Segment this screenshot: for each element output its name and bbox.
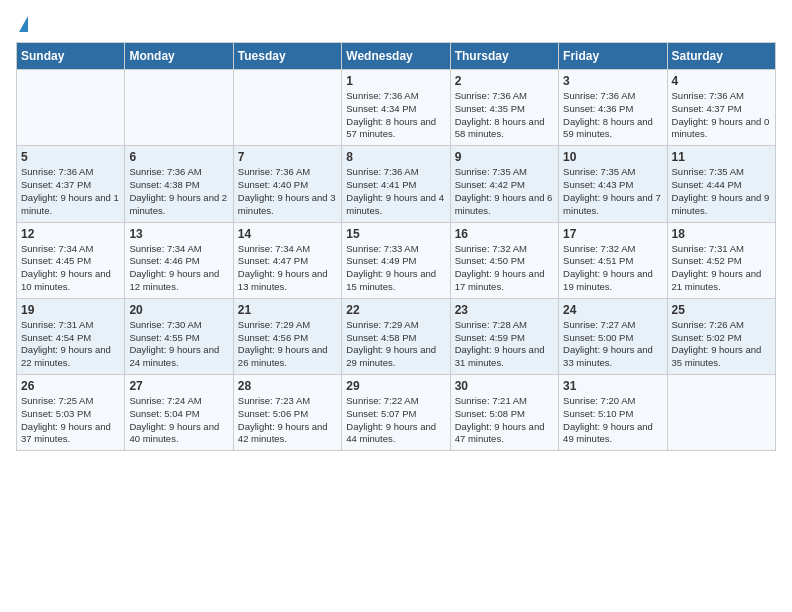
day-number: 17 [563, 227, 662, 241]
day-number: 7 [238, 150, 337, 164]
calendar-cell: 12Sunrise: 7:34 AM Sunset: 4:45 PM Dayli… [17, 222, 125, 298]
day-info: Sunrise: 7:34 AM Sunset: 4:46 PM Dayligh… [129, 243, 228, 294]
column-header-thursday: Thursday [450, 43, 558, 70]
day-info: Sunrise: 7:23 AM Sunset: 5:06 PM Dayligh… [238, 395, 337, 446]
day-info: Sunrise: 7:20 AM Sunset: 5:10 PM Dayligh… [563, 395, 662, 446]
column-header-sunday: Sunday [17, 43, 125, 70]
day-number: 19 [21, 303, 120, 317]
day-info: Sunrise: 7:35 AM Sunset: 4:42 PM Dayligh… [455, 166, 554, 217]
day-number: 31 [563, 379, 662, 393]
day-info: Sunrise: 7:30 AM Sunset: 4:55 PM Dayligh… [129, 319, 228, 370]
day-number: 26 [21, 379, 120, 393]
calendar-week-row: 19Sunrise: 7:31 AM Sunset: 4:54 PM Dayli… [17, 298, 776, 374]
column-header-monday: Monday [125, 43, 233, 70]
day-info: Sunrise: 7:28 AM Sunset: 4:59 PM Dayligh… [455, 319, 554, 370]
day-number: 3 [563, 74, 662, 88]
day-info: Sunrise: 7:22 AM Sunset: 5:07 PM Dayligh… [346, 395, 445, 446]
day-info: Sunrise: 7:36 AM Sunset: 4:34 PM Dayligh… [346, 90, 445, 141]
calendar-cell: 17Sunrise: 7:32 AM Sunset: 4:51 PM Dayli… [559, 222, 667, 298]
day-info: Sunrise: 7:36 AM Sunset: 4:41 PM Dayligh… [346, 166, 445, 217]
calendar-cell: 27Sunrise: 7:24 AM Sunset: 5:04 PM Dayli… [125, 375, 233, 451]
calendar-cell: 13Sunrise: 7:34 AM Sunset: 4:46 PM Dayli… [125, 222, 233, 298]
calendar-cell: 5Sunrise: 7:36 AM Sunset: 4:37 PM Daylig… [17, 146, 125, 222]
day-number: 14 [238, 227, 337, 241]
day-info: Sunrise: 7:27 AM Sunset: 5:00 PM Dayligh… [563, 319, 662, 370]
day-info: Sunrise: 7:36 AM Sunset: 4:40 PM Dayligh… [238, 166, 337, 217]
calendar-table: SundayMondayTuesdayWednesdayThursdayFrid… [16, 42, 776, 451]
calendar-cell: 4Sunrise: 7:36 AM Sunset: 4:37 PM Daylig… [667, 70, 775, 146]
calendar-week-row: 26Sunrise: 7:25 AM Sunset: 5:03 PM Dayli… [17, 375, 776, 451]
column-header-saturday: Saturday [667, 43, 775, 70]
calendar-cell: 21Sunrise: 7:29 AM Sunset: 4:56 PM Dayli… [233, 298, 341, 374]
day-info: Sunrise: 7:33 AM Sunset: 4:49 PM Dayligh… [346, 243, 445, 294]
day-info: Sunrise: 7:36 AM Sunset: 4:36 PM Dayligh… [563, 90, 662, 141]
calendar-week-row: 1Sunrise: 7:36 AM Sunset: 4:34 PM Daylig… [17, 70, 776, 146]
calendar-cell: 2Sunrise: 7:36 AM Sunset: 4:35 PM Daylig… [450, 70, 558, 146]
day-info: Sunrise: 7:35 AM Sunset: 4:44 PM Dayligh… [672, 166, 771, 217]
column-header-wednesday: Wednesday [342, 43, 450, 70]
day-number: 10 [563, 150, 662, 164]
calendar-cell: 26Sunrise: 7:25 AM Sunset: 5:03 PM Dayli… [17, 375, 125, 451]
day-info: Sunrise: 7:29 AM Sunset: 4:58 PM Dayligh… [346, 319, 445, 370]
day-info: Sunrise: 7:21 AM Sunset: 5:08 PM Dayligh… [455, 395, 554, 446]
calendar-cell: 1Sunrise: 7:36 AM Sunset: 4:34 PM Daylig… [342, 70, 450, 146]
calendar-cell: 30Sunrise: 7:21 AM Sunset: 5:08 PM Dayli… [450, 375, 558, 451]
calendar-cell: 9Sunrise: 7:35 AM Sunset: 4:42 PM Daylig… [450, 146, 558, 222]
calendar-cell: 15Sunrise: 7:33 AM Sunset: 4:49 PM Dayli… [342, 222, 450, 298]
day-number: 13 [129, 227, 228, 241]
day-number: 28 [238, 379, 337, 393]
day-info: Sunrise: 7:31 AM Sunset: 4:52 PM Dayligh… [672, 243, 771, 294]
calendar-week-row: 12Sunrise: 7:34 AM Sunset: 4:45 PM Dayli… [17, 222, 776, 298]
calendar-cell: 19Sunrise: 7:31 AM Sunset: 4:54 PM Dayli… [17, 298, 125, 374]
calendar-cell [17, 70, 125, 146]
day-number: 18 [672, 227, 771, 241]
day-info: Sunrise: 7:35 AM Sunset: 4:43 PM Dayligh… [563, 166, 662, 217]
calendar-cell: 14Sunrise: 7:34 AM Sunset: 4:47 PM Dayli… [233, 222, 341, 298]
logo [16, 16, 28, 32]
calendar-cell: 6Sunrise: 7:36 AM Sunset: 4:38 PM Daylig… [125, 146, 233, 222]
day-info: Sunrise: 7:26 AM Sunset: 5:02 PM Dayligh… [672, 319, 771, 370]
day-info: Sunrise: 7:24 AM Sunset: 5:04 PM Dayligh… [129, 395, 228, 446]
day-info: Sunrise: 7:32 AM Sunset: 4:50 PM Dayligh… [455, 243, 554, 294]
day-number: 29 [346, 379, 445, 393]
calendar-cell: 29Sunrise: 7:22 AM Sunset: 5:07 PM Dayli… [342, 375, 450, 451]
day-number: 8 [346, 150, 445, 164]
calendar-cell [233, 70, 341, 146]
column-header-friday: Friday [559, 43, 667, 70]
day-info: Sunrise: 7:31 AM Sunset: 4:54 PM Dayligh… [21, 319, 120, 370]
day-number: 15 [346, 227, 445, 241]
calendar-week-row: 5Sunrise: 7:36 AM Sunset: 4:37 PM Daylig… [17, 146, 776, 222]
calendar-cell: 28Sunrise: 7:23 AM Sunset: 5:06 PM Dayli… [233, 375, 341, 451]
day-info: Sunrise: 7:29 AM Sunset: 4:56 PM Dayligh… [238, 319, 337, 370]
calendar-cell: 25Sunrise: 7:26 AM Sunset: 5:02 PM Dayli… [667, 298, 775, 374]
logo-triangle-icon [19, 16, 28, 32]
calendar-cell [667, 375, 775, 451]
day-number: 20 [129, 303, 228, 317]
calendar-cell: 24Sunrise: 7:27 AM Sunset: 5:00 PM Dayli… [559, 298, 667, 374]
day-number: 6 [129, 150, 228, 164]
calendar-cell: 16Sunrise: 7:32 AM Sunset: 4:50 PM Dayli… [450, 222, 558, 298]
calendar-cell: 11Sunrise: 7:35 AM Sunset: 4:44 PM Dayli… [667, 146, 775, 222]
day-info: Sunrise: 7:34 AM Sunset: 4:45 PM Dayligh… [21, 243, 120, 294]
page-header [16, 16, 776, 32]
day-number: 16 [455, 227, 554, 241]
day-number: 12 [21, 227, 120, 241]
calendar-header-row: SundayMondayTuesdayWednesdayThursdayFrid… [17, 43, 776, 70]
calendar-cell: 8Sunrise: 7:36 AM Sunset: 4:41 PM Daylig… [342, 146, 450, 222]
day-info: Sunrise: 7:36 AM Sunset: 4:37 PM Dayligh… [21, 166, 120, 217]
calendar-cell: 23Sunrise: 7:28 AM Sunset: 4:59 PM Dayli… [450, 298, 558, 374]
day-number: 30 [455, 379, 554, 393]
day-info: Sunrise: 7:36 AM Sunset: 4:38 PM Dayligh… [129, 166, 228, 217]
day-number: 21 [238, 303, 337, 317]
day-number: 24 [563, 303, 662, 317]
day-number: 2 [455, 74, 554, 88]
day-number: 5 [21, 150, 120, 164]
calendar-cell: 20Sunrise: 7:30 AM Sunset: 4:55 PM Dayli… [125, 298, 233, 374]
day-number: 25 [672, 303, 771, 317]
day-number: 27 [129, 379, 228, 393]
day-info: Sunrise: 7:36 AM Sunset: 4:35 PM Dayligh… [455, 90, 554, 141]
calendar-cell: 7Sunrise: 7:36 AM Sunset: 4:40 PM Daylig… [233, 146, 341, 222]
column-header-tuesday: Tuesday [233, 43, 341, 70]
day-number: 22 [346, 303, 445, 317]
day-number: 1 [346, 74, 445, 88]
